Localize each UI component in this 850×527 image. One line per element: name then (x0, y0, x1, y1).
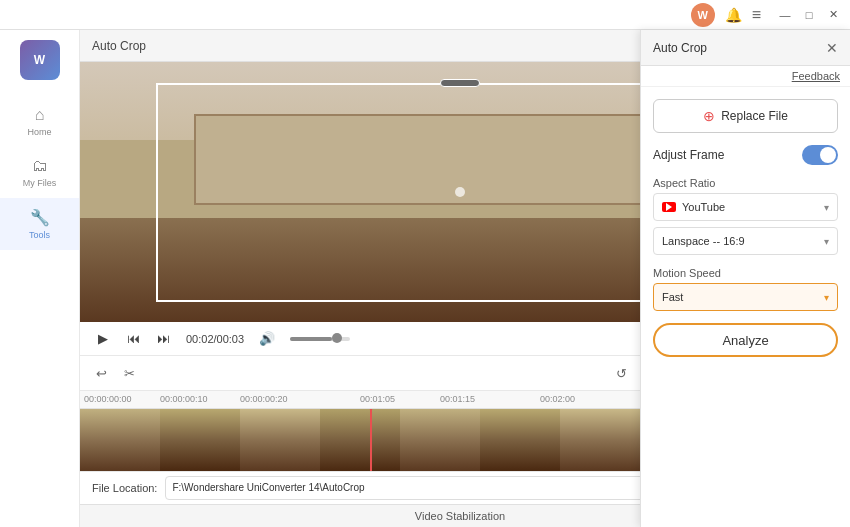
main-content: converter ages to other ditor subtitle w… (80, 30, 850, 527)
motion-speed-value: Fast (662, 291, 683, 303)
volume-fill (290, 337, 332, 341)
sidebar-item-home[interactable]: ⌂ Home (0, 96, 79, 147)
replace-icon: ⊕ (703, 108, 715, 124)
right-panel-body: ⊕ Replace File Adjust Frame Aspect Ratio (641, 87, 850, 527)
motion-speed-dropdown-arrow: ▾ (824, 292, 829, 303)
volume-button[interactable]: 🔊 (256, 328, 278, 350)
right-panel-close-button[interactable]: ✕ (826, 40, 838, 56)
time-display: 00:02/00:03 (186, 333, 244, 345)
title-bar: W 🔔 ≡ — □ ✕ (0, 0, 850, 30)
volume-thumb (332, 333, 342, 343)
aspect-ratio-dropdown-arrow: ▾ (824, 202, 829, 213)
right-panel: Auto Crop ✕ Feedback ⊕ Replace File Adju… (640, 30, 850, 527)
feedback-row: Feedback (641, 66, 850, 87)
play-button[interactable]: ▶ (92, 328, 114, 350)
myfiles-icon: 🗂 (32, 157, 48, 175)
strip-thumb-5 (400, 409, 480, 472)
sidebar-item-tools[interactable]: 🔧 Tools (0, 198, 79, 250)
strip-thumb-2 (160, 409, 240, 472)
dropdown-content: YouTube (662, 201, 725, 213)
app-logo: W (20, 40, 60, 80)
strip-thumb-1 (80, 409, 160, 472)
adjust-frame-toggle[interactable] (802, 145, 838, 165)
sidebar-item-myfiles[interactable]: 🗂 My Files (0, 147, 79, 198)
adjust-frame-row: Adjust Frame (653, 145, 838, 165)
user-avatar[interactable]: W (691, 3, 715, 27)
ruler-tick-4: 00:01:15 (440, 394, 475, 404)
video-stabilization-label: Video Stabilization (415, 510, 505, 522)
title-bar-icons: W 🔔 ≡ (691, 3, 760, 27)
replace-file-button[interactable]: ⊕ Replace File (653, 99, 838, 133)
toggle-thumb (820, 147, 836, 163)
split-button[interactable]: ✂ (118, 362, 140, 384)
close-button[interactable]: ✕ (824, 6, 842, 24)
strip-thumb-6 (480, 409, 560, 472)
ruler-tick-5: 00:02:00 (540, 394, 575, 404)
maximize-button[interactable]: □ (800, 6, 818, 24)
right-panel-header: Auto Crop ✕ (641, 30, 850, 66)
sidebar-item-tools-label: Tools (29, 230, 50, 240)
aspect-ratio-label: Aspect Ratio (653, 177, 838, 189)
tools-icon: 🔧 (30, 208, 50, 227)
strip-thumb-7 (560, 409, 640, 472)
panel-title: Auto Crop (92, 39, 146, 53)
feedback-link[interactable]: Feedback (792, 70, 840, 82)
right-panel-title: Auto Crop (653, 41, 707, 55)
lanspace-dropdown-arrow: ▾ (824, 236, 829, 247)
undo-button[interactable]: ↩ (90, 362, 112, 384)
replace-file-label: Replace File (721, 109, 788, 123)
adjust-frame-label: Adjust Frame (653, 148, 724, 162)
ruler-tick-2: 00:00:00:20 (240, 394, 288, 404)
ruler-tick-0: 00:00:00:00 (84, 394, 132, 404)
motion-speed-section: Motion Speed Fast ▾ (653, 267, 838, 311)
skip-back-button[interactable]: ⏮ (122, 328, 144, 350)
lanspace-label: Lanspace -- 16:9 (662, 235, 745, 247)
strip-thumb-4 (320, 409, 400, 472)
sidebar-item-myfiles-label: My Files (23, 178, 57, 188)
window-controls: — □ ✕ (776, 6, 842, 24)
youtube-icon (662, 202, 676, 212)
sidebar-item-home-label: Home (27, 127, 51, 137)
minimize-button[interactable]: — (776, 6, 794, 24)
file-location-label: File Location: (92, 482, 157, 494)
aspect-ratio-dropdown[interactable]: YouTube ▾ (653, 193, 838, 221)
sidebar: W ⌂ Home 🗂 My Files 🔧 Tools (0, 30, 80, 527)
analyze-button[interactable]: Analyze (653, 323, 838, 357)
skip-forward-button[interactable]: ⏭ (152, 328, 174, 350)
yt-triangle (666, 203, 672, 211)
lanspace-dropdown[interactable]: Lanspace -- 16:9 ▾ (653, 227, 838, 255)
menu-dots-icon[interactable]: ≡ (752, 6, 760, 24)
motion-speed-label: Motion Speed (653, 267, 838, 279)
youtube-label: YouTube (682, 201, 725, 213)
aspect-ratio-section: Aspect Ratio YouTube ▾ Lanspace -- 16:9 … (653, 177, 838, 255)
crop-handle[interactable] (440, 79, 480, 87)
home-icon: ⌂ (35, 106, 45, 124)
file-location-input[interactable] (165, 476, 721, 500)
playhead[interactable] (370, 409, 372, 472)
ruler-tick-1: 00:00:00:10 (160, 394, 208, 404)
volume-slider[interactable] (290, 337, 350, 341)
motion-speed-dropdown[interactable]: Fast ▾ (653, 283, 838, 311)
strip-thumb-3 (240, 409, 320, 472)
bell-icon[interactable]: 🔔 (725, 7, 742, 23)
ruler-tick-3: 00:01:05 (360, 394, 395, 404)
undo2-button[interactable]: ↺ (610, 362, 632, 384)
